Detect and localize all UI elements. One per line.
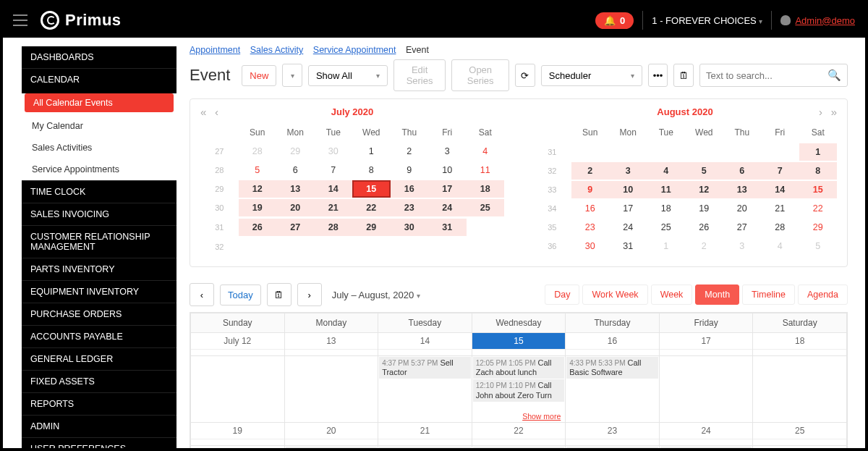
sched-next[interactable]: › (297, 283, 322, 306)
sidebar-section[interactable]: USER PREFERENCES (22, 437, 176, 451)
cal-day[interactable]: 30 (571, 237, 610, 256)
view-timeline[interactable]: Timeline (742, 284, 795, 305)
sched-prev[interactable]: ‹ (190, 283, 214, 306)
cal-day[interactable]: 27 (723, 218, 762, 237)
cal-day[interactable]: 6 (723, 161, 762, 180)
sidebar-item[interactable]: My Calendar (22, 115, 176, 137)
sidebar-section[interactable]: REPORTS (22, 392, 176, 415)
event[interactable]: 12:24 PM 1:24 PMCall Joe about Lawn Mowe… (473, 447, 565, 448)
event[interactable]: 12:10 PM 1:10 PMCall John about Zero Tur… (473, 379, 565, 401)
cal-day[interactable]: 7 (761, 161, 799, 180)
brand-logo[interactable]: Primus (41, 11, 122, 30)
cal-day[interactable]: 19 (685, 199, 723, 218)
sched-cell[interactable] (191, 356, 285, 423)
sched-cell[interactable]: 12:05 PM 1:05 PMCall Zach about lunch12:… (472, 356, 566, 423)
sched-date-cell[interactable]: 18 (753, 333, 847, 356)
sched-cell[interactable] (659, 356, 753, 423)
cal-day[interactable]: 4 (467, 142, 505, 161)
cal-day[interactable]: 28 (761, 218, 799, 237)
crumb-service-appointment[interactable]: Service Appointment (313, 45, 396, 55)
cal-day[interactable]: 11 (467, 161, 505, 180)
cal-day[interactable]: 10 (428, 161, 467, 180)
cal-day[interactable]: 18 (647, 199, 686, 218)
cal-day[interactable]: 10 (609, 180, 647, 199)
sched-date-cell[interactable]: 17 (659, 333, 753, 356)
cal-day[interactable]: 11 (647, 180, 686, 199)
sched-cell[interactable]: 12:24 PM 1:24 PMCall Joe about Lawn Mowe… (472, 446, 566, 449)
sched-date-cell[interactable]: 15 (472, 333, 566, 356)
event[interactable]: 12:05 PM 1:05 PMCall Zach about lunch (473, 357, 565, 379)
cal-day[interactable]: 18 (467, 180, 505, 198)
cal-day[interactable]: 30 (391, 217, 429, 237)
cal-day[interactable]: 24 (428, 198, 467, 217)
sched-cell[interactable] (191, 446, 285, 449)
sched-date-cell[interactable]: 19 (191, 423, 285, 446)
view-week[interactable]: Week (651, 284, 693, 305)
view-work-week[interactable]: Work Week (582, 284, 647, 305)
calendar-button[interactable]: 🗓 (673, 64, 694, 87)
sidebar-section[interactable]: CALENDAR (22, 68, 176, 90)
cal-day[interactable]: 25 (467, 198, 505, 217)
event[interactable]: 4:33 PM 5:33 PMCall Basic Software (566, 357, 658, 379)
crumb-appointment[interactable]: Appointment (190, 45, 240, 55)
cal-day[interactable]: 30 (315, 142, 353, 161)
cal-day[interactable]: 14 (761, 180, 799, 199)
cal-day[interactable]: 7 (315, 161, 353, 180)
cal-day[interactable]: 1 (647, 237, 686, 256)
cal-day[interactable]: 9 (571, 180, 610, 199)
sidebar-item[interactable]: Sales Activities (22, 137, 176, 159)
date-picker-button[interactable]: 🗓 (267, 283, 292, 306)
refresh-button[interactable]: ⟳ (515, 64, 535, 87)
sched-date-cell[interactable]: 16 (566, 333, 660, 356)
cal-day[interactable]: 24 (609, 218, 647, 237)
cal-day[interactable]: 28 (239, 142, 277, 161)
crumb-sales-activity[interactable]: Sales Activity (250, 45, 304, 55)
cal-day[interactable]: 6 (276, 161, 315, 180)
cal-day[interactable]: 1 (352, 142, 391, 161)
event[interactable]: 12:13 PM 1:13 PMCall Chanse about BX2200 (286, 447, 378, 448)
sched-date-cell[interactable]: 20 (284, 423, 378, 446)
sched-date-cell[interactable]: 23 (566, 423, 660, 446)
cal-day[interactable]: 2 (685, 237, 723, 256)
cal-day[interactable]: 3 (428, 142, 467, 161)
cal-day[interactable]: 2 (391, 142, 429, 161)
today-button[interactable]: Today (220, 284, 261, 305)
user-menu[interactable]: Admin@demo (780, 15, 855, 26)
view-scheduler[interactable]: Scheduler▾ (541, 65, 642, 86)
sidebar-section[interactable]: ADMIN (22, 415, 176, 437)
sched-cell[interactable]: 1:00 PM 2:00 PMAppointment (566, 446, 660, 449)
cal-day[interactable]: 25 (647, 218, 686, 237)
cal-day[interactable]: 3 (723, 237, 762, 256)
new-dropdown[interactable]: ▾ (282, 64, 302, 87)
cal-day[interactable]: 26 (685, 218, 723, 237)
cal-day[interactable]: 8 (799, 161, 838, 180)
sidebar-section[interactable]: DASHBOARDS (22, 46, 176, 68)
view-day[interactable]: Day (545, 284, 579, 305)
cal-day[interactable]: 29 (799, 218, 838, 237)
cal-day[interactable]: 12 (239, 180, 277, 198)
prev-year-icon[interactable]: « (200, 106, 206, 118)
view-agenda[interactable]: Agenda (798, 284, 848, 305)
cal-day[interactable]: 19 (239, 198, 277, 217)
next-year-icon[interactable]: » (831, 106, 837, 118)
cal-day[interactable]: 16 (391, 180, 429, 198)
cal-day[interactable]: 28 (315, 217, 353, 237)
cal-day[interactable]: 26 (239, 217, 277, 237)
sidebar-section[interactable]: ACCOUNTS PAYABLE (22, 325, 176, 347)
cal-day[interactable]: 21 (315, 198, 353, 217)
cal-day[interactable]: 1 (799, 142, 838, 161)
cal-day[interactable]: 31 (609, 237, 647, 256)
sidebar-section[interactable]: GENERAL LEDGER (22, 347, 176, 370)
cal-day[interactable]: 31 (428, 217, 467, 237)
cal-day[interactable]: 13 (723, 180, 762, 199)
cal-day[interactable]: 5 (239, 161, 277, 180)
sched-date-cell[interactable]: 24 (659, 423, 753, 446)
sidebar-section[interactable]: SALES INVOICING (22, 203, 176, 225)
cal-day[interactable]: 9 (391, 161, 429, 180)
cal-day[interactable]: 22 (799, 199, 838, 218)
new-button[interactable]: New (242, 65, 276, 86)
sched-date-cell[interactable]: 25 (753, 423, 847, 446)
cal-day[interactable]: 20 (723, 199, 762, 218)
event[interactable]: 12:15 PM 1:15 PMFix Rotors - Model A3341… (660, 447, 752, 448)
org-selector[interactable]: 1 - FOREVER CHOICES ▾ (652, 15, 762, 26)
